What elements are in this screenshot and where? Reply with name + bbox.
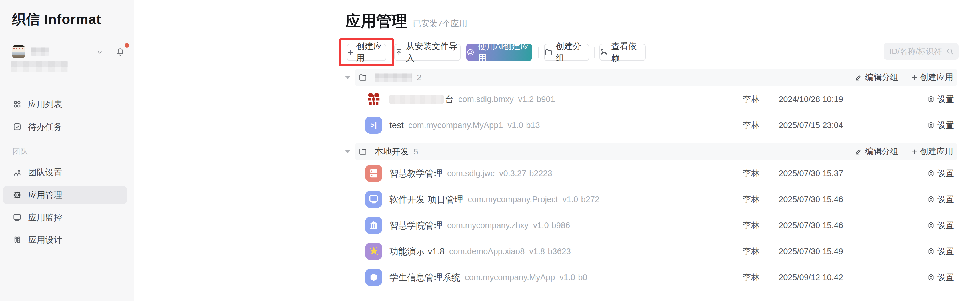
edit-pencil-icon — [854, 148, 862, 156]
app-owner: 李林 — [743, 86, 759, 112]
sidebar-item-team-settings[interactable]: 团队设置 — [0, 163, 134, 182]
app-settings-button[interactable]: 设置 — [927, 238, 954, 265]
app-build: b2223 — [529, 169, 552, 178]
view-dependencies-button[interactable]: 查看依赖 — [600, 44, 646, 61]
app-settings-button[interactable]: 设置 — [927, 112, 954, 138]
app-updated-time: 2024/10/28 10:19 — [779, 86, 843, 112]
app-name: test — [390, 120, 404, 130]
group-collapse-caret[interactable] — [345, 76, 351, 79]
app-name: 软件开发-项目管理 — [390, 193, 463, 206]
app-owner: 李林 — [743, 265, 759, 290]
sidebar-item-app-management[interactable]: 应用管理 — [3, 185, 127, 204]
sidebar-item-todo-tasks[interactable]: 待办任务 — [0, 117, 134, 136]
sidebar-item-app-monitoring[interactable]: 应用监控 — [0, 208, 134, 227]
folder-icon — [359, 147, 367, 156]
app-row[interactable]: 功能演示-v1.8 com.demoApp.xiao8 v1.8 b3623 李… — [355, 238, 957, 265]
app-icon-server — [365, 165, 382, 182]
app-owner: 李林 — [743, 238, 759, 265]
plus-icon: + — [912, 73, 917, 82]
group-app-count: 5 — [414, 147, 418, 157]
app-updated-time: 2025/07/30 15:37 — [779, 160, 843, 187]
grid-icon — [13, 100, 22, 109]
notification-dot — [124, 43, 129, 48]
settings-nut-icon — [927, 95, 935, 103]
app-build: b0 — [578, 273, 587, 282]
sidebar-section-team: 团队 — [13, 146, 28, 157]
gear-icon — [13, 190, 22, 200]
app-package: com.mycompany.Project — [468, 195, 558, 204]
app-updated-time: 2025/07/30 15:46 — [779, 212, 843, 238]
checkbox-icon — [13, 122, 22, 131]
bell-icon[interactable] — [116, 48, 124, 57]
app-package: com.sdlg.bmxy — [458, 95, 514, 104]
app-name: 功能演示-v1.8 — [390, 246, 445, 258]
avatar[interactable] — [12, 45, 25, 58]
app-owner: 李林 — [743, 112, 759, 138]
app-version: v0.3.27 — [499, 169, 526, 178]
app-updated-time: 2025/07/15 23:04 — [779, 112, 843, 138]
app-row[interactable]: 智慧教学管理 com.sdlg.jwc v0.3.27 b2223 李林 202… — [355, 160, 957, 187]
app-updated-time: 2025/07/30 15:49 — [779, 238, 843, 265]
sidebar-item-label: 应用管理 — [28, 189, 62, 201]
app-settings-button[interactable]: 设置 — [927, 86, 954, 112]
search-box — [884, 43, 959, 60]
group-app-count: 2 — [417, 73, 422, 82]
chevron-down-icon[interactable] — [96, 49, 103, 56]
app-version: v1.0 — [563, 195, 578, 204]
app-version: v1.0 — [559, 273, 575, 282]
folder-icon — [544, 48, 552, 56]
app-owner: 李林 — [743, 160, 759, 187]
app-icon-star — [365, 243, 382, 260]
app-settings-button[interactable]: 设置 — [927, 187, 954, 212]
app-build: b986 — [552, 221, 570, 230]
sidebar-item-label: 应用监控 — [28, 212, 62, 223]
search-input[interactable] — [884, 47, 946, 56]
app-package: com.mycompany.MyApp — [465, 273, 555, 282]
sidebar-item-app-list[interactable]: 应用列表 — [0, 95, 134, 114]
group-create-app-link[interactable]: + 创建应用 — [912, 146, 953, 157]
design-icon — [13, 235, 22, 244]
redacted-user-name — [32, 46, 49, 56]
sidebar-item-label: 应用列表 — [28, 98, 62, 110]
app-row[interactable]: 台 com.sdlg.bmxy v1.2 b901 李林 2024/10/28 … — [355, 86, 957, 112]
group-create-app-link[interactable]: + 创建应用 — [912, 72, 953, 83]
people-icon — [13, 168, 22, 177]
import-from-file-label: 从安装文件导入 — [406, 41, 460, 64]
create-group-button[interactable]: 创建分组 — [544, 44, 589, 61]
edit-group-link[interactable]: 编辑分组 — [854, 72, 898, 83]
group-collapse-caret[interactable] — [345, 150, 351, 154]
app-version: v1.2 — [518, 95, 534, 104]
monitor-icon — [13, 213, 22, 222]
app-icon-monitor — [365, 191, 382, 208]
search-icon[interactable] — [946, 48, 954, 55]
app-settings-button[interactable]: 设置 — [927, 212, 954, 238]
create-group-label: 创建分组 — [556, 41, 589, 64]
redacted-app-name — [390, 95, 444, 104]
plus-icon: + — [912, 147, 917, 157]
app-version: v1.8 — [529, 247, 545, 256]
app-version: v1.0 — [533, 221, 549, 230]
app-build: b272 — [581, 195, 600, 204]
app-row[interactable]: 学生信息管理系统 com.mycompany.MyApp v1.0 b0 李林 … — [355, 265, 957, 290]
sidebar-item-app-design[interactable]: 应用设计 — [0, 230, 134, 249]
edit-group-link[interactable]: 编辑分组 — [854, 146, 898, 157]
create-app-with-ai-label: 使用AI创建应用 — [478, 41, 532, 64]
group-header: 2 编辑分组 + 创建应用 — [355, 68, 957, 86]
app-icon-seal-emblem — [365, 90, 382, 108]
app-settings-button[interactable]: 设置 — [927, 160, 954, 187]
folder-icon — [359, 73, 367, 82]
create-app-with-ai-button[interactable]: 使用AI创建应用 — [466, 44, 532, 61]
app-settings-button[interactable]: 设置 — [927, 265, 954, 290]
app-build: b13 — [526, 120, 540, 130]
toolbar-divider — [594, 46, 595, 58]
import-from-file-button[interactable]: 从安装文件导入 — [394, 44, 461, 61]
sidebar-item-label: 待办任务 — [28, 121, 62, 133]
app-row[interactable]: 软件开发-项目管理 com.mycompany.Project v1.0 b27… — [355, 187, 957, 212]
app-package: com.demoApp.xiao8 — [449, 247, 525, 256]
app-updated-time: 2025/09/12 10:42 — [779, 265, 843, 290]
app-owner: 李林 — [743, 187, 759, 212]
view-dependencies-label: 查看依赖 — [611, 41, 645, 64]
app-row[interactable]: >| test com.mycompany.MyApp1 v1.0 b13 李林… — [355, 112, 957, 138]
app-row[interactable]: 智慧学院管理 com.mycompany.zhxy v1.0 b986 李林 2… — [355, 212, 957, 238]
edit-pencil-icon — [854, 74, 862, 81]
